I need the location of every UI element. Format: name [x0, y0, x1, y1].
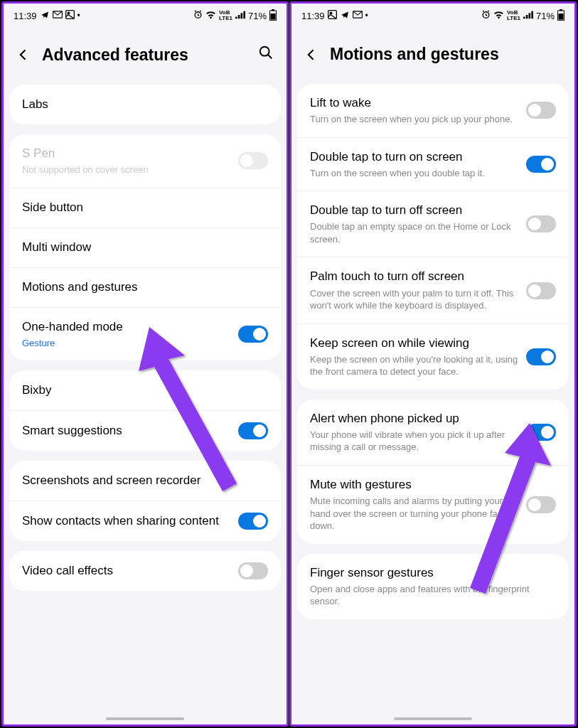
- svg-point-13: [330, 12, 332, 14]
- svg-point-2: [68, 12, 70, 14]
- svg-rect-5: [238, 15, 240, 18]
- svg-rect-22: [559, 14, 564, 20]
- alert-toggle[interactable]: [526, 424, 556, 441]
- phone-advanced-features: 11:39 • VoBLTE1 71%: [1, 1, 289, 727]
- svg-rect-18: [528, 13, 530, 18]
- row-subtitle: Open and close apps and features with th…: [310, 583, 549, 608]
- item-bixby[interactable]: Bixby: [9, 370, 281, 410]
- back-button[interactable]: [16, 48, 31, 62]
- item-palm-touch[interactable]: Palm touch to turn off screen Cover the …: [297, 257, 569, 323]
- row-title: Video call effects: [22, 563, 231, 579]
- status-bar: 11:39 • VoBLTE1 71%: [4, 4, 287, 25]
- row-title: Side button: [22, 200, 261, 215]
- smart-suggestions-toggle[interactable]: [238, 422, 268, 439]
- search-icon[interactable]: [258, 45, 274, 65]
- header: Advanced features: [4, 25, 287, 85]
- row-title: Show contacts when sharing content: [22, 513, 231, 529]
- item-spen: S Pen Not supported on cover screen: [9, 134, 281, 188]
- gallery-icon: [328, 10, 337, 21]
- item-smart-suggestions[interactable]: Smart suggestions: [9, 410, 281, 451]
- svg-rect-7: [243, 11, 245, 18]
- row-title: Screenshots and screen recorder: [22, 473, 261, 488]
- item-double-tap-on[interactable]: Double tap to turn on screen Turn on the…: [297, 137, 569, 191]
- more-icon: •: [77, 11, 80, 21]
- row-title: Bixby: [22, 382, 261, 398]
- volte-icon: VoBLTE1: [507, 10, 520, 21]
- svg-rect-10: [271, 14, 276, 20]
- phone-motions-gestures: 11:39 • VoBLTE1 71%: [289, 1, 577, 727]
- signal-icon: [523, 11, 533, 21]
- back-button[interactable]: [304, 48, 319, 62]
- row-subtitle: Your phone will vibrate when you pick it…: [310, 429, 519, 454]
- page-title: Motions and gestures: [330, 45, 562, 64]
- battery-icon: [269, 9, 277, 23]
- one-handed-toggle[interactable]: [238, 326, 268, 343]
- mute-toggle[interactable]: [526, 496, 556, 513]
- item-video-call[interactable]: Video call effects: [9, 551, 281, 591]
- svg-point-11: [260, 47, 269, 56]
- alarm-icon: [481, 10, 491, 21]
- keep-toggle[interactable]: [526, 348, 556, 365]
- spen-toggle: [238, 152, 268, 169]
- row-subtitle: Keep the screen on while you're looking …: [310, 353, 519, 378]
- gmail-icon: [353, 11, 363, 21]
- item-show-contacts[interactable]: Show contacts when sharing content: [9, 500, 281, 541]
- wifi-icon: [205, 11, 216, 21]
- svg-rect-17: [526, 15, 528, 18]
- gallery-icon: [65, 10, 75, 21]
- svg-rect-4: [235, 16, 237, 18]
- item-labs[interactable]: Labs: [9, 85, 281, 124]
- telegram-icon: [340, 11, 350, 21]
- row-title: One-handed mode: [22, 319, 231, 335]
- wifi-icon: [493, 11, 504, 21]
- item-one-handed[interactable]: One-handed mode Gesture: [9, 307, 281, 361]
- row-title: Finger sensor gestures: [310, 565, 549, 581]
- row-title: Palm touch to turn off screen: [310, 269, 519, 284]
- item-side-button[interactable]: Side button: [9, 188, 281, 228]
- header: Motions and gestures: [291, 25, 574, 84]
- row-title: Mute with gestures: [310, 477, 519, 493]
- row-subtitle: Cover the screen with your palm to turn …: [310, 287, 519, 312]
- svg-rect-6: [240, 13, 242, 18]
- item-mute-gestures[interactable]: Mute with gestures Mute incoming calls a…: [297, 465, 569, 544]
- lift-toggle[interactable]: [526, 102, 556, 119]
- row-title: Labs: [22, 97, 261, 112]
- row-subtitle: Turn on the screen when you double tap i…: [310, 167, 519, 180]
- nav-bar-pill[interactable]: [394, 717, 472, 720]
- row-title: S Pen: [22, 146, 231, 161]
- page-title: Advanced features: [42, 46, 247, 65]
- row-subtitle: Not supported on cover screen: [22, 164, 231, 176]
- item-motions-gestures[interactable]: Motions and gestures: [9, 267, 281, 307]
- item-alert-pickup[interactable]: Alert when phone picked up Your phone wi…: [297, 400, 569, 465]
- row-title: Multi window: [22, 240, 261, 255]
- video-call-toggle[interactable]: [238, 562, 268, 579]
- row-subtitle: Double tap an empty space on the Home or…: [310, 220, 519, 245]
- dtap-on-toggle[interactable]: [526, 156, 556, 173]
- row-title: Motions and gestures: [22, 279, 261, 295]
- show-contacts-toggle[interactable]: [238, 513, 268, 530]
- battery-percent: 71%: [536, 11, 555, 21]
- content: Lift to wake Turn on the screen when you…: [291, 84, 574, 724]
- row-title: Smart suggestions: [22, 423, 231, 439]
- row-title: Double tap to turn off screen: [310, 203, 519, 218]
- alarm-icon: [193, 10, 203, 21]
- svg-rect-19: [531, 11, 533, 18]
- row-title: Alert when phone picked up: [310, 411, 519, 427]
- item-keep-screen-on[interactable]: Keep screen on while viewing Keep the sc…: [297, 323, 569, 390]
- svg-rect-16: [523, 16, 525, 18]
- battery-icon: [557, 9, 564, 23]
- content: Labs S Pen Not supported on cover screen…: [4, 85, 287, 724]
- item-finger-sensor[interactable]: Finger sensor gestures Open and close ap…: [297, 554, 569, 619]
- item-screenshots[interactable]: Screenshots and screen recorder: [9, 461, 281, 500]
- row-title: Lift to wake: [310, 95, 519, 111]
- item-lift-to-wake[interactable]: Lift to wake Turn on the screen when you…: [297, 84, 569, 137]
- nav-bar-pill[interactable]: [106, 717, 184, 720]
- row-subtitle: Gesture: [22, 337, 231, 350]
- row-subtitle: Turn on the screen when you pick up your…: [310, 113, 519, 126]
- dtap-off-toggle[interactable]: [526, 215, 556, 232]
- status-time: 11:39: [14, 11, 37, 21]
- item-multi-window[interactable]: Multi window: [9, 228, 281, 267]
- volte-icon: VoBLTE1: [219, 10, 232, 21]
- palm-toggle[interactable]: [526, 282, 556, 299]
- item-double-tap-off[interactable]: Double tap to turn off screen Double tap…: [297, 191, 569, 257]
